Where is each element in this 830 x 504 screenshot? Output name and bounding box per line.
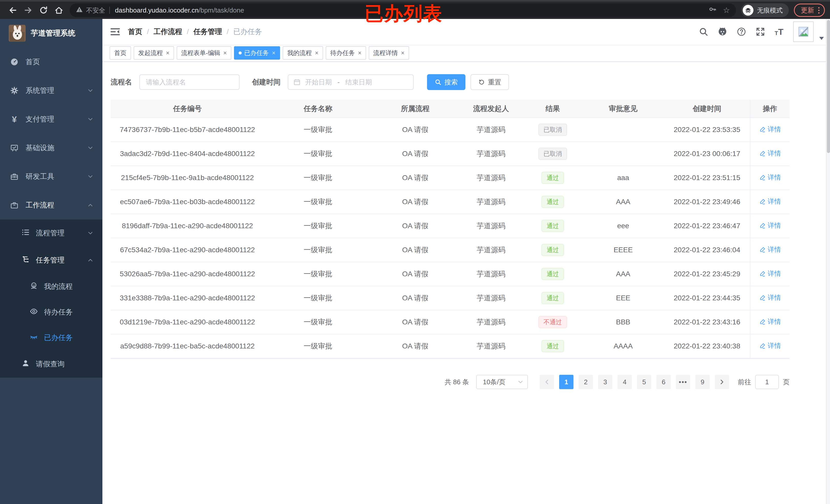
reload-icon[interactable] — [36, 3, 51, 18]
search-button[interactable]: 搜索 — [427, 74, 466, 90]
reset-button[interactable]: 重置 — [471, 74, 509, 90]
sidebar-item-leave-query[interactable]: 请假查询 — [0, 350, 102, 378]
sidebar-item-my-process[interactable]: 我的流程 — [0, 274, 102, 299]
cell-starter: 芋道源码 — [459, 238, 523, 262]
date-range-picker[interactable]: 开始日期 - 结束日期 — [288, 74, 414, 90]
view-tab[interactable]: 流程表单-编辑 × — [177, 46, 231, 60]
face-icon — [30, 282, 38, 292]
app-window: 不安全 dashboard.yudao.iocoder.cn/bpm/task/… — [0, 0, 830, 504]
sidebar-item-todo-tasks[interactable]: 待办任务 — [0, 299, 102, 325]
password-key-icon[interactable] — [709, 5, 717, 15]
page-button[interactable]: 2 — [579, 375, 593, 389]
security-label[interactable]: 不安全 — [86, 6, 105, 14]
bookmark-star-icon[interactable]: ☆ — [723, 6, 730, 14]
detail-link[interactable]: 详情 — [759, 149, 781, 158]
process-name-input[interactable] — [139, 74, 240, 90]
result-badge: 通过 — [541, 292, 564, 304]
view-tab[interactable]: 待办任务 × — [326, 46, 366, 60]
page-button[interactable]: 6 — [657, 375, 671, 389]
avatar[interactable] — [793, 22, 813, 42]
sidebar-item-done-tasks[interactable]: 已办任务 — [0, 325, 102, 350]
breadcrumb-item[interactable]: /工作流程 — [142, 27, 182, 37]
start-date-placeholder[interactable]: 开始日期 — [305, 78, 332, 87]
detail-link[interactable]: 详情 — [759, 125, 781, 134]
sidebar-item-workflow[interactable]: 工作流程 — [0, 191, 102, 220]
detail-link[interactable]: 详情 — [759, 197, 781, 206]
end-date-placeholder[interactable]: 结束日期 — [345, 78, 372, 87]
tab-close-icon[interactable]: × — [166, 50, 169, 56]
sidebar-item-process-mgmt[interactable]: 流程管理 — [0, 220, 102, 247]
detail-link[interactable]: 详情 — [759, 221, 781, 230]
prev-page-button[interactable] — [540, 375, 554, 389]
tab-close-icon[interactable]: × — [358, 50, 361, 56]
browser-menu-icon[interactable] — [818, 7, 820, 13]
result-badge: 已取消 — [538, 147, 567, 160]
view-tab[interactable]: 发起流程 × — [134, 46, 174, 60]
security-warning-icon[interactable] — [76, 6, 83, 15]
page-button[interactable]: 4 — [617, 375, 632, 389]
sidebar-item-system[interactable]: 系统管理 — [0, 76, 102, 105]
scrollbar-thumb[interactable] — [827, 20, 830, 153]
address-bar[interactable]: 不安全 dashboard.yudao.iocoder.cn/bpm/task/… — [70, 3, 736, 17]
detail-link[interactable]: 详情 — [759, 269, 781, 278]
app-title: 芋道管理系统 — [31, 28, 75, 38]
cell-result: 通过 — [523, 238, 582, 262]
page-button[interactable]: 5 — [637, 375, 651, 389]
sidebar-item-task-mgmt[interactable]: 任务管理 — [0, 247, 102, 274]
sidebar-item-payment[interactable]: ¥ 支付管理 — [0, 105, 102, 134]
sidebar-toggle-icon[interactable] — [102, 27, 128, 37]
chevron-left-icon — [544, 379, 550, 385]
search-icon[interactable] — [699, 27, 708, 36]
tab-close-icon[interactable]: × — [272, 50, 276, 56]
github-icon[interactable] — [718, 27, 727, 36]
sidebar-item-home[interactable]: 首页 — [0, 47, 102, 76]
detail-link[interactable]: 详情 — [759, 293, 781, 302]
detail-link[interactable]: 详情 — [759, 173, 781, 182]
page-scrollbar[interactable] — [826, 19, 830, 504]
cell-starter: 芋道源码 — [459, 190, 523, 214]
breadcrumb-item[interactable]: /任务管理 — [182, 27, 222, 37]
url-text[interactable]: dashboard.yudao.iocoder.cn/bpm/task/done — [115, 6, 244, 14]
browser-update-button[interactable]: 更新 — [794, 4, 825, 17]
chevron-up-icon — [88, 202, 93, 208]
flow-tree-icon — [22, 255, 30, 265]
page-button[interactable]: 9 — [695, 375, 710, 389]
navbar-tools: TT — [699, 22, 830, 42]
fullscreen-icon[interactable] — [756, 27, 765, 36]
breadcrumb-item[interactable]: /已办任务 — [222, 27, 262, 37]
page-button[interactable]: 3 — [598, 375, 612, 389]
sidebar-item-infra[interactable]: 基础设施 — [0, 134, 102, 162]
breadcrumb-separator: / — [187, 28, 189, 36]
cell-comment: aaa — [582, 166, 664, 190]
page-button[interactable]: ••• — [676, 375, 690, 389]
breadcrumb-item[interactable]: /首页 — [128, 27, 142, 37]
help-icon[interactable] — [737, 27, 746, 36]
home-icon[interactable] — [51, 3, 67, 18]
view-tab[interactable]: 已办任务 × — [234, 46, 280, 60]
tab-close-icon[interactable]: × — [223, 50, 227, 56]
tab-close-icon[interactable]: × — [401, 50, 405, 56]
forward-icon[interactable] — [21, 3, 36, 18]
page-size-select[interactable]: 10条/页 — [476, 375, 528, 389]
page-button[interactable]: 1 — [559, 375, 573, 389]
back-icon[interactable] — [5, 3, 21, 18]
detail-link[interactable]: 详情 — [759, 245, 781, 254]
view-tab[interactable]: 流程详情 × — [369, 46, 409, 60]
cell-created: 2022-01-22 23:46:47 — [664, 214, 750, 238]
avatar-caret-icon[interactable] — [819, 37, 824, 40]
tab-close-icon[interactable]: × — [315, 50, 318, 56]
cell-result: 不通过 — [523, 310, 582, 334]
cell-comment: BBB — [582, 310, 664, 334]
sidebar-item-devtools[interactable]: 研发工具 — [0, 162, 102, 191]
chevron-down-icon — [88, 116, 93, 122]
edit-icon — [759, 246, 766, 253]
font-size-icon[interactable]: TT — [775, 27, 784, 36]
detail-link[interactable]: 详情 — [759, 341, 781, 350]
view-tab[interactable]: 我的流程 × — [283, 46, 323, 60]
edit-icon — [759, 295, 766, 301]
view-tab[interactable]: 首页 × — [109, 46, 131, 60]
app-logo[interactable]: 芋道管理系统 — [0, 19, 102, 47]
goto-page-input[interactable] — [755, 375, 779, 389]
detail-link[interactable]: 详情 — [759, 317, 781, 326]
next-page-button[interactable] — [715, 375, 729, 389]
